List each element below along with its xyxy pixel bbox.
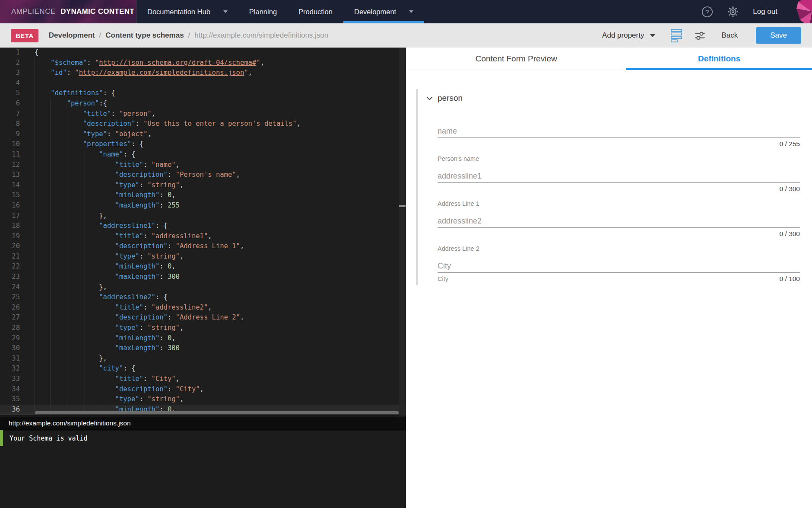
add-property-dropdown[interactable]: Add property — [602, 31, 655, 40]
breadcrumb-item[interactable]: Development — [49, 31, 95, 40]
indent-guide — [83, 160, 99, 170]
field-meta-row: 0 / 300 — [438, 185, 800, 193]
form-field-addressline2: Address Line 10 / 300 — [438, 200, 800, 238]
indent-guide — [99, 231, 115, 242]
char-counter: 0 / 300 — [780, 185, 800, 193]
editor-line-9: 9"type": "object", — [0, 129, 406, 140]
indent-guide — [51, 139, 67, 150]
chevron-down-icon — [409, 10, 413, 13]
code-lines[interactable]: 1{2"$schema": "http://json-schema.org/dr… — [0, 48, 406, 416]
indent-guide — [67, 170, 83, 180]
breadcrumb-separator: / — [188, 31, 190, 40]
indent-guide — [35, 170, 51, 180]
editor-line-13: 13"description": "Person's name", — [0, 170, 406, 180]
indent-guide — [35, 68, 51, 78]
line-number: 36 — [0, 405, 20, 415]
preview-pane: Content Form Preview Definitions person … — [406, 48, 812, 508]
indent-guide — [51, 323, 67, 333]
settings-button[interactable] — [727, 0, 739, 23]
schema-url-bar: http://example.com/simpledefinitions.jso… — [0, 416, 406, 430]
indent-guide — [35, 313, 51, 323]
indent-guide — [51, 129, 67, 140]
indent-guide — [67, 139, 83, 150]
indent-guide — [99, 252, 115, 262]
indent-guide — [67, 292, 83, 303]
breadcrumb-item[interactable]: http://example.com/simpledefinitions.jso… — [194, 31, 328, 40]
editor-line-21: 21"type": "string", — [0, 252, 406, 262]
text-input-name[interactable] — [438, 125, 800, 138]
chevron-down-icon — [426, 96, 433, 100]
line-number: 6 — [0, 99, 20, 109]
indent-guide — [67, 109, 83, 119]
nav-item-documentation-hub[interactable]: Documentation Hub — [136, 0, 238, 23]
line-number: 28 — [0, 323, 20, 333]
indent-guide — [51, 190, 67, 201]
indent-guide — [83, 364, 99, 374]
definitions-list-button[interactable] — [671, 29, 682, 42]
editor-settings-button[interactable] — [694, 30, 706, 42]
editor-line-28: 28"type": "string", — [0, 323, 406, 333]
text-input-addressline2[interactable] — [438, 214, 800, 228]
indent-guide — [51, 282, 67, 293]
logout-button[interactable]: Log out — [753, 0, 777, 23]
svg-text:?: ? — [706, 8, 709, 15]
field-label: Person's name — [438, 155, 800, 163]
indent-guide — [67, 394, 83, 405]
breadcrumb-item[interactable]: Content type schemas — [105, 31, 184, 40]
indent-guide — [83, 231, 99, 242]
text-input-addressline1[interactable] — [438, 169, 800, 183]
editor-line-10: 10"properties": { — [0, 139, 406, 150]
editor-line-19: 19"title": "addressline1", — [0, 231, 406, 242]
field-meta-row: City0 / 100 — [438, 275, 800, 283]
indent-guide — [35, 303, 51, 313]
indent-guide — [99, 394, 115, 405]
nav-item-development[interactable]: Development — [343, 0, 424, 23]
editor-line-1: 1{ — [0, 48, 406, 58]
indent-guide — [99, 241, 115, 252]
text-input-city[interactable] — [438, 259, 800, 273]
save-button[interactable]: Save — [756, 27, 801, 44]
indent-guide — [67, 262, 83, 272]
vertical-scrollbar[interactable] — [399, 48, 406, 416]
line-number: 14 — [0, 180, 20, 191]
help-button[interactable]: ? — [701, 0, 713, 23]
line-number: 11 — [0, 150, 20, 160]
line-number: 26 — [0, 303, 20, 313]
form-field-addressline1: Person's name0 / 300 — [438, 155, 800, 193]
nav-item-planning[interactable]: Planning — [238, 0, 288, 23]
scrollbar-thumb[interactable] — [399, 205, 406, 207]
indent-guide — [35, 231, 51, 242]
editor-line-5: 5"definitions": { — [0, 88, 406, 99]
indent-guide — [67, 231, 83, 242]
indent-guide — [83, 333, 99, 344]
indent-guide — [51, 119, 67, 129]
nav-item-production[interactable]: Production — [288, 0, 343, 23]
editor-line-16: 16"maxLength": 255 — [0, 201, 406, 211]
indent-guide — [51, 313, 67, 323]
line-number: 12 — [0, 160, 20, 170]
indent-guide — [67, 180, 83, 191]
nav-item-label: Planning — [249, 8, 277, 16]
indent-guide — [67, 160, 83, 170]
help-icon: ? — [701, 6, 713, 18]
toolbar: BETA Development/Content type schemas/ht… — [0, 23, 812, 48]
field-label: Address Line 2 — [438, 245, 800, 252]
indent-guide — [99, 180, 115, 191]
indent-guide — [99, 343, 115, 354]
indent-guide — [51, 384, 67, 395]
horizontal-scrollbar[interactable] — [35, 411, 399, 414]
tab-definitions[interactable]: Definitions — [626, 48, 812, 70]
preview-tabs: Content Form Preview Definitions — [406, 48, 812, 70]
indent-guide — [83, 262, 99, 272]
back-button[interactable]: Back — [721, 31, 738, 40]
editor-line-27: 27"description": "Address Line 2", — [0, 313, 406, 323]
indent-guide — [35, 333, 51, 344]
tab-content-form-preview[interactable]: Content Form Preview — [406, 48, 626, 70]
indent-guide — [99, 190, 115, 201]
char-counter: 0 / 100 — [780, 275, 800, 283]
logo-product: DYNAMIC CONTENT — [60, 7, 134, 16]
indent-guide — [51, 364, 67, 374]
section-header[interactable]: person — [426, 89, 800, 107]
editor-line-33: 33"title": "City", — [0, 374, 406, 384]
schema-code-editor[interactable]: 1{2"$schema": "http://json-schema.org/dr… — [0, 48, 406, 508]
